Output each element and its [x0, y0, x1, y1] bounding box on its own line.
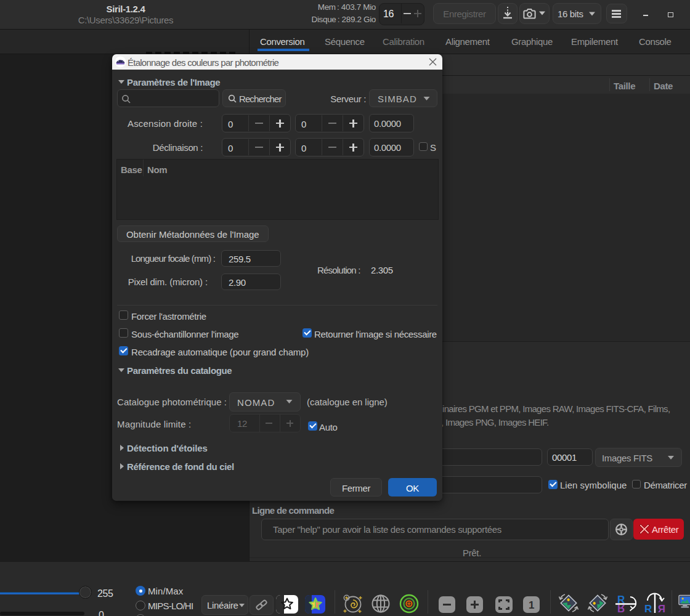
svg-text:R: R [644, 603, 652, 614]
svg-text:R: R [658, 603, 665, 614]
